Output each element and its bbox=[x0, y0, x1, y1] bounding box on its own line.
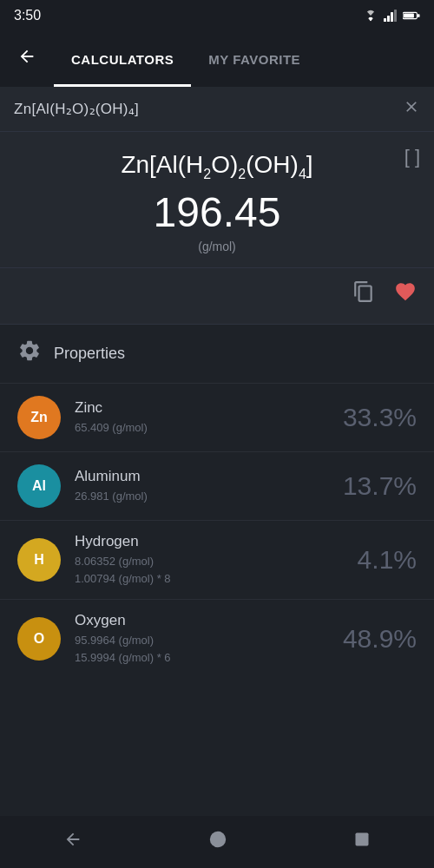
element-row: Al Aluminum 26.981 (g/mol) 13.7% bbox=[0, 451, 434, 520]
action-buttons bbox=[0, 268, 434, 325]
element-info: Zinc 65.409 (g/mol) bbox=[75, 399, 316, 437]
search-value: Zn[Al(H₂O)₂(OH)₄] bbox=[14, 100, 392, 118]
element-mass: 26.981 (g/mol) bbox=[75, 488, 316, 505]
svg-rect-6 bbox=[418, 14, 420, 17]
search-bar: Zn[Al(H₂O)₂(OH)₄] bbox=[0, 87, 434, 132]
element-info: Oxygen 95.9964 (g/mol) 15.9994 (g/mol) *… bbox=[75, 612, 316, 666]
element-mass: 8.06352 (g/mol) 1.00794 (g/mol) * 8 bbox=[75, 553, 316, 587]
element-row: Zn Zinc 65.409 (g/mol) 33.3% bbox=[0, 383, 434, 451]
unit-label: (g/mol) bbox=[21, 240, 413, 253]
svg-rect-3 bbox=[394, 10, 397, 22]
battery-icon bbox=[403, 10, 420, 21]
properties-header: Properties bbox=[0, 325, 434, 383]
element-info: Hydrogen 8.06352 (g/mol) 1.00794 (g/mol)… bbox=[75, 533, 316, 587]
svg-rect-8 bbox=[356, 833, 369, 846]
svg-rect-2 bbox=[391, 12, 393, 22]
element-percent: 13.7% bbox=[330, 471, 417, 501]
formula-display: Zn[Al(H2O)2(OH)4] bbox=[21, 149, 413, 183]
signal-icon bbox=[384, 10, 398, 22]
element-badge: O bbox=[17, 617, 61, 661]
bracket-button[interactable]: [ ] bbox=[404, 146, 420, 168]
formula-area: [ ] Zn[Al(H2O)2(OH)4] 196.45 (g/mol) bbox=[0, 132, 434, 268]
element-name: Aluminum bbox=[75, 468, 316, 485]
element-badge: H bbox=[17, 538, 61, 582]
element-name: Oxygen bbox=[75, 612, 316, 629]
status-icons bbox=[363, 10, 420, 22]
status-bar: 3:50 bbox=[0, 0, 434, 31]
element-mass: 65.409 (g/mol) bbox=[75, 419, 316, 437]
tab-calculators[interactable]: CALCULATORS bbox=[54, 31, 191, 87]
element-info: Aluminum 26.981 (g/mol) bbox=[75, 468, 316, 505]
back-button[interactable] bbox=[14, 43, 40, 75]
copy-button[interactable] bbox=[349, 277, 378, 312]
svg-rect-1 bbox=[387, 16, 390, 22]
nav-tabs: CALCULATORS MY FAVORITE bbox=[54, 31, 318, 87]
element-name: Hydrogen bbox=[75, 533, 316, 550]
gear-icon bbox=[17, 339, 42, 369]
element-list: Zn Zinc 65.409 (g/mol) 33.3% Al Aluminum… bbox=[0, 383, 434, 678]
tab-my-favorite[interactable]: MY FAVORITE bbox=[191, 31, 318, 87]
wifi-icon bbox=[363, 10, 378, 22]
nav-recent-button[interactable] bbox=[336, 824, 388, 860]
element-row: O Oxygen 95.9964 (g/mol) 15.9994 (g/mol)… bbox=[0, 599, 434, 678]
favorite-button[interactable] bbox=[391, 277, 420, 312]
element-badge: Zn bbox=[17, 396, 61, 439]
svg-rect-5 bbox=[404, 13, 414, 17]
element-badge: Al bbox=[17, 464, 61, 508]
molar-mass-value: 196.45 bbox=[21, 190, 413, 236]
element-percent: 33.3% bbox=[330, 403, 417, 432]
element-percent: 4.1% bbox=[330, 545, 417, 575]
clear-button[interactable] bbox=[403, 98, 420, 120]
element-name: Zinc bbox=[75, 399, 316, 417]
nav-home-button[interactable] bbox=[191, 823, 245, 861]
element-mass: 95.9964 (g/mol) 15.9994 (g/mol) * 6 bbox=[75, 632, 316, 666]
svg-point-7 bbox=[210, 832, 226, 847]
svg-rect-0 bbox=[384, 18, 386, 22]
top-nav: CALCULATORS MY FAVORITE bbox=[0, 31, 434, 87]
element-percent: 48.9% bbox=[330, 624, 417, 654]
properties-title: Properties bbox=[54, 345, 125, 363]
nav-back-button[interactable] bbox=[46, 823, 100, 861]
element-row: H Hydrogen 8.06352 (g/mol) 1.00794 (g/mo… bbox=[0, 520, 434, 599]
status-time: 3:50 bbox=[14, 8, 41, 23]
bottom-nav bbox=[0, 816, 434, 868]
